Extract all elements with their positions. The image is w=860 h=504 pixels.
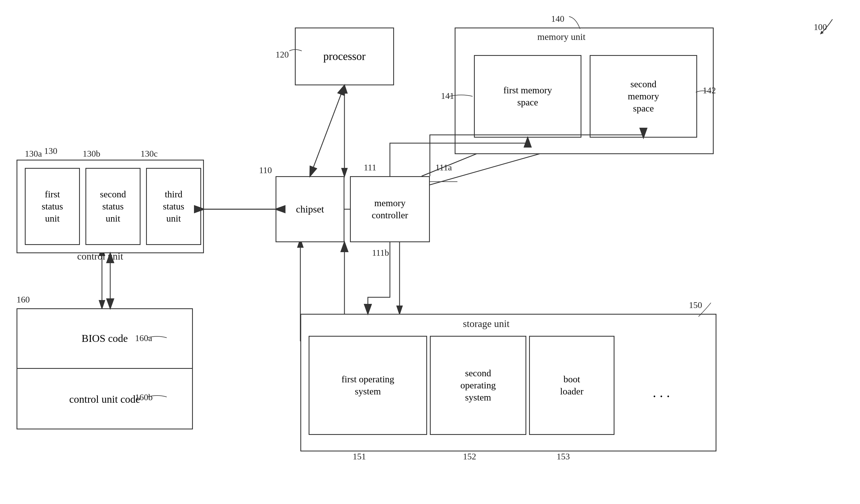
ref-110: 110	[259, 165, 272, 175]
ref-140: 140	[551, 14, 564, 24]
ref-153: 153	[557, 451, 570, 462]
ref-111b: 111b	[372, 248, 389, 258]
boot-loader-label: boot loader	[560, 373, 584, 398]
ref-130: 130	[44, 146, 57, 156]
control-unit-code-label: control unit code	[69, 393, 140, 405]
ref-130c: 130c	[141, 149, 158, 159]
chipset-label: chipset	[296, 203, 324, 216]
svg-line-13	[310, 85, 344, 176]
ref-151: 151	[353, 451, 366, 462]
first-memory-space-box: first memory space	[474, 55, 582, 138]
ref-152: 152	[463, 451, 476, 462]
second-memory-space-box: second memory space	[590, 55, 697, 138]
ref-111a: 111a	[435, 162, 452, 173]
ref-130a: 130a	[25, 149, 42, 159]
memory-controller-label: memory controller	[372, 197, 408, 221]
processor-label: processor	[323, 49, 366, 63]
second-operating-system-label: second operating system	[460, 367, 496, 404]
second-memory-space-label: second memory space	[628, 78, 659, 115]
memory-unit-label: memory unit	[537, 32, 586, 42]
ref-130b: 130b	[83, 149, 100, 159]
second-status-unit-box: second status unit	[85, 168, 141, 245]
boot-loader-box: boot loader	[529, 336, 615, 435]
first-status-unit-box: first status unit	[25, 168, 80, 245]
third-status-unit-label: third status unit	[163, 188, 184, 225]
third-status-unit-box: third status unit	[146, 168, 201, 245]
first-memory-space-label: first memory space	[503, 84, 552, 108]
storage-unit-label: storage unit	[463, 318, 510, 329]
first-status-unit-label: first status unit	[42, 188, 63, 225]
processor-box: processor	[295, 28, 394, 85]
dots: · · ·	[623, 369, 700, 424]
chipset-box: chipset	[275, 176, 344, 242]
first-operating-system-box: first operating system	[309, 336, 427, 435]
control-unit-label: control unit	[77, 251, 123, 262]
ref-111: 111	[364, 162, 376, 173]
ref-160: 160	[16, 295, 30, 305]
second-status-unit-label: second status unit	[100, 188, 126, 225]
bios-code-label: BIOS code	[82, 332, 128, 344]
memory-controller-box: memory controller	[350, 176, 430, 242]
first-operating-system-label: first operating system	[341, 373, 394, 398]
second-operating-system-box: second operating system	[430, 336, 526, 435]
